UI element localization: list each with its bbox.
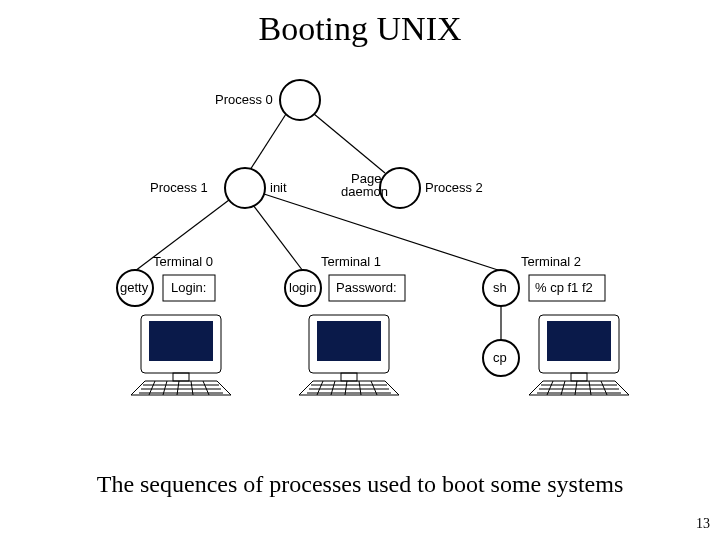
svg-rect-12 — [317, 321, 381, 361]
slide-title: Booting UNIX — [0, 10, 720, 48]
sh-label: sh — [493, 280, 507, 295]
svg-rect-13 — [341, 373, 357, 381]
init-label: init — [270, 180, 287, 195]
computer-icon — [299, 315, 399, 395]
cp-label: cp — [493, 350, 507, 365]
login-prompt-text: Login: — [171, 280, 206, 295]
computer-icon — [529, 315, 629, 395]
svg-rect-23 — [547, 321, 611, 361]
svg-rect-24 — [571, 373, 587, 381]
edge-p0-p1 — [250, 114, 286, 170]
password-text: Password: — [336, 280, 397, 295]
edge-init-t1 — [253, 205, 303, 271]
terminal-0-label: Terminal 0 — [153, 254, 213, 269]
process-2-label: Process 2 — [425, 180, 483, 195]
terminal-1-label: Terminal 1 — [321, 254, 381, 269]
page-number: 13 — [696, 516, 710, 532]
process-0-label: Process 0 — [215, 92, 273, 107]
edge-init-t2 — [264, 194, 501, 271]
login-label: login — [289, 280, 316, 295]
process-1-label: Process 1 — [150, 180, 208, 195]
process-tree-diagram: Process 0 Process 1 init Page daemon Pro… — [105, 70, 635, 450]
svg-rect-1 — [149, 321, 213, 361]
page-daemon-label-2: daemon — [341, 184, 388, 199]
svg-rect-2 — [173, 373, 189, 381]
slide-caption: The sequences of processes used to boot … — [0, 471, 720, 498]
getty-label: getty — [120, 280, 149, 295]
terminal-2-label: Terminal 2 — [521, 254, 581, 269]
process-1-node — [225, 168, 265, 208]
edge-p0-p2 — [314, 114, 385, 173]
computer-icon — [131, 315, 231, 395]
cp-cmd-text: % cp f1 f2 — [535, 280, 593, 295]
